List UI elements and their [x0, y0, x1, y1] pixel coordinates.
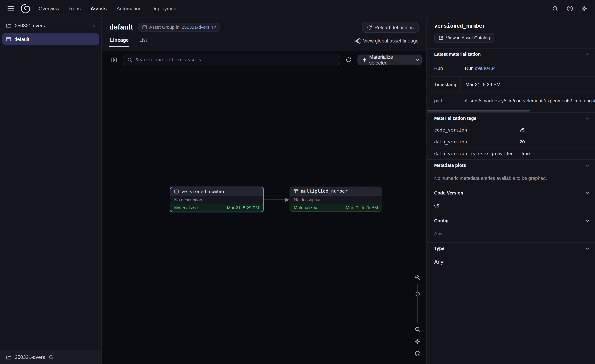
chevron-down-icon	[586, 117, 589, 119]
sidebar-footer-code-location[interactable]: 250321-dvers	[0, 350, 101, 364]
hamburger-icon	[7, 6, 14, 11]
asset-node-status: Materialized	[294, 205, 317, 210]
nav-item-overview[interactable]: Overview	[39, 6, 59, 11]
sidebar-group-label: 250321-dvers	[15, 22, 45, 28]
lineage-edge-arrow	[264, 197, 290, 203]
global-search-button[interactable]	[550, 3, 561, 14]
zoom-out-button[interactable]	[413, 325, 422, 334]
lineage-canvas[interactable]: versioned_number No description Material…	[102, 68, 426, 364]
table-icon	[294, 189, 298, 193]
search-icon	[552, 6, 558, 12]
sidebar-group-250321-dvers[interactable]: 250321-dvers 1	[2, 20, 99, 31]
graph-settings-button[interactable]	[413, 337, 422, 346]
sidebar-item-default[interactable]: default	[2, 34, 99, 45]
table-icon	[174, 189, 179, 194]
panel-toggle-icon	[111, 57, 117, 63]
chevron-down-icon	[586, 192, 589, 194]
view-in-asset-catalog-button[interactable]: View in Asset Catalog	[434, 33, 494, 43]
nav-item-runs[interactable]: Runs	[69, 6, 81, 11]
asset-group-badge: Asset Group in 250321-dvers	[138, 23, 220, 32]
run-row-value: Run c9a40434	[460, 60, 595, 76]
refresh-icon	[346, 57, 351, 63]
zoom-slider-handle[interactable]	[415, 292, 420, 296]
asset-node-header: versioned_number	[170, 187, 263, 196]
nav-item-automation[interactable]: Automation	[117, 6, 142, 11]
badge-prefix: Asset Group in	[149, 25, 179, 30]
asset-search-box	[123, 54, 340, 65]
tag-value: true	[517, 148, 595, 159]
hamburger-menu-button[interactable]	[5, 2, 17, 15]
zoom-slider-track[interactable]	[417, 284, 418, 323]
section-header-materialization-tags[interactable]: Materialization tags	[427, 113, 595, 124]
chevron-down-icon	[586, 164, 589, 167]
config-value: Any	[427, 226, 595, 242]
help-icon: ?	[567, 5, 573, 12]
primary-nav: Overview Runs Assets Automation Deployme…	[39, 6, 178, 11]
asset-details-title: versioned_number	[434, 23, 589, 29]
section-title: Type	[434, 246, 445, 251]
materialization-timestamp-row: Timestamp Mar 21, 5:29 PM	[427, 76, 595, 92]
help-button[interactable]: ?	[564, 3, 575, 14]
path-link[interactable]: /Users/smackesey/stm/code/elementl/exper…	[465, 98, 595, 104]
badge-code-location-link[interactable]: 250321-dvers	[182, 25, 210, 30]
tab-list[interactable]: List	[139, 37, 148, 47]
feedback-button[interactable]	[413, 349, 422, 358]
run-prefix: Run	[465, 66, 475, 71]
tag-key: data_version	[427, 136, 515, 148]
tab-lineage[interactable]: Lineage	[109, 37, 129, 47]
materialize-selected-button[interactable]: Materialize selected	[358, 55, 413, 65]
asset-node-description: No description	[290, 195, 382, 203]
nav-item-assets[interactable]: Assets	[91, 6, 107, 11]
toggle-sidebar-panel-button[interactable]	[109, 54, 119, 65]
asset-node-name: versioned_number	[181, 189, 225, 194]
section-header-code-version[interactable]: Code Version	[427, 187, 595, 199]
zoom-in-icon	[415, 275, 420, 280]
asset-node-multiplied_number[interactable]: multiplied_number No description Materia…	[290, 187, 382, 211]
nav-item-deployment[interactable]: Deployment	[151, 6, 177, 11]
main-content: default Asset Group in 250321-dvers Relo…	[102, 17, 426, 364]
refresh-icon[interactable]	[49, 355, 53, 360]
asset-node-versioned_number[interactable]: versioned_number No description Material…	[170, 187, 264, 212]
reload-definitions-button[interactable]: Reload definitions	[362, 22, 419, 33]
section-header-latest-materialization[interactable]: Latest materialization	[427, 49, 595, 60]
view-in-asset-catalog-label: View in Asset Catalog	[446, 35, 490, 41]
svg-text:?: ?	[569, 7, 571, 10]
section-materialization-tags: Materialization tags code_version v5 dat…	[427, 112, 595, 159]
top-navigation-bar: Overview Runs Assets Automation Deployme…	[0, 0, 595, 17]
settings-button[interactable]	[578, 3, 590, 14]
sidebar-item-label: default	[14, 36, 29, 42]
asset-group-badge-icon	[142, 25, 147, 29]
section-config: Config Any	[427, 215, 595, 242]
dagster-logo[interactable]	[19, 2, 32, 15]
asset-details-header: versioned_number View in Asset Catalog	[427, 17, 595, 48]
tag-row: code_version v5	[427, 124, 595, 136]
horizontal-scrollbar-thumb[interactable]	[427, 110, 530, 112]
section-code-version: Code Version v5	[427, 187, 595, 215]
search-input[interactable]	[135, 57, 336, 62]
tag-key: data_version_is_user_provided	[427, 148, 517, 159]
refresh-graph-button[interactable]	[344, 54, 354, 65]
asset-details-panel: versioned_number View in Asset Catalog L…	[426, 17, 595, 364]
tag-key: code_version	[427, 124, 515, 136]
reload-definitions-label: Reload definitions	[375, 25, 414, 30]
section-header-metadata-plots[interactable]: Metadata plots	[427, 160, 595, 171]
timestamp-row-label: Timestamp	[427, 77, 461, 92]
page-title: default	[109, 23, 133, 31]
tag-value: v5	[515, 124, 595, 136]
asset-node-header: multiplied_number	[290, 187, 382, 195]
zoom-in-button[interactable]	[413, 273, 422, 282]
section-title: Config	[434, 218, 448, 224]
chevron-down-icon	[415, 59, 419, 61]
refresh-icon[interactable]	[212, 25, 216, 29]
topnav-actions: ?	[550, 3, 590, 14]
section-header-type[interactable]: Type	[427, 243, 595, 254]
lineage-graph-icon	[354, 38, 360, 43]
section-header-config[interactable]: Config	[427, 215, 595, 226]
materialize-dropdown-caret[interactable]	[413, 55, 421, 65]
path-row-value: /Users/smackesey/stm/code/elementl/exper…	[460, 93, 595, 109]
run-id-link[interactable]: c9a40434	[475, 66, 496, 71]
view-global-asset-lineage-link[interactable]: View global asset lineage	[354, 38, 418, 47]
code-version-value: v5	[427, 199, 595, 215]
zoom-controls	[412, 273, 422, 358]
zoom-out-icon	[415, 326, 420, 332]
